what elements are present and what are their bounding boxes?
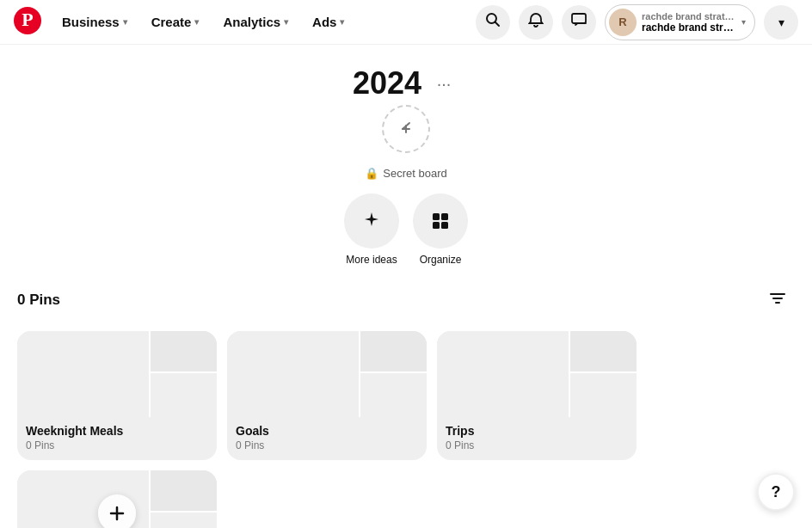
board-card-goals-info: Goals 0 Pins (227, 417, 427, 460)
board-card-goals-side-images (360, 331, 427, 417)
nav-item-ads[interactable]: Ads ▾ (302, 8, 354, 36)
board-card-trips-name: Trips (446, 424, 628, 438)
board-card-main-image (17, 331, 151, 417)
pins-header: 0 Pins (17, 283, 795, 317)
board-card-weeknight-info: Weeknight Meals 0 Pins (17, 417, 217, 460)
nav-analytics-chevron: ▾ (284, 17, 288, 27)
more-icon: ▾ (778, 15, 784, 29)
svg-rect-8 (441, 222, 448, 229)
board-card-side-images (151, 331, 217, 417)
board-card-goals[interactable]: Goals 0 Pins (227, 331, 427, 460)
nav-right: R rachde brand strategist rachde brand s… (476, 4, 798, 40)
board-card-trips-images (437, 331, 637, 417)
nav-business-chevron: ▾ (123, 17, 127, 27)
pins-section: 0 Pins (0, 283, 812, 528)
house-cleaning-add-button[interactable] (98, 494, 136, 528)
board-card-weeknight-name: Weeknight Meals (26, 424, 208, 438)
svg-rect-5 (433, 213, 440, 220)
nav-items: Business ▾ Create ▾ Analytics ▾ Ads ▾ (52, 8, 476, 36)
board-card-goals-side-top (360, 331, 427, 373)
organize-label: Organize (420, 254, 462, 266)
account-button[interactable]: R rachde brand strategist rachde brand s… (605, 4, 755, 40)
board-menu-button[interactable]: ··· (428, 68, 459, 99)
board-card-house-cleaning[interactable]: House Cleaning 0 Pins (17, 470, 217, 528)
organize-icon-circle (413, 193, 468, 249)
board-card-house-cleaning-side-top (151, 470, 217, 513)
board-card-goals-side-bottom (360, 375, 427, 417)
board-card-trips-side-images (570, 331, 637, 417)
more-ideas-button[interactable]: More ideas (344, 193, 399, 266)
filter-icon (768, 289, 787, 312)
nav-logo[interactable]: P (14, 7, 41, 38)
board-card-trips[interactable]: Trips 0 Pins (437, 331, 637, 460)
board-card-trips-main-image (437, 331, 570, 417)
board-card-trips-side-bottom (570, 375, 637, 417)
board-card-weeknight-meals-images (17, 331, 217, 417)
board-card-house-cleaning-side-bottom (151, 514, 217, 528)
messages-button[interactable] (562, 5, 596, 40)
board-card-goals-images (227, 331, 427, 417)
nav-item-business[interactable]: Business ▾ (52, 8, 138, 36)
board-add-button[interactable] (382, 105, 430, 153)
nav-ads-label: Ads (312, 15, 336, 29)
board-card-goals-main-image (227, 331, 360, 417)
board-title-row: 2024 ··· (353, 65, 459, 101)
board-title: 2024 (353, 65, 421, 101)
search-icon (485, 12, 501, 32)
bell-icon (528, 12, 544, 32)
nav-ads-chevron: ▾ (340, 17, 344, 27)
svg-rect-4 (572, 14, 586, 23)
board-card-weeknight-meals[interactable]: Weeknight Meals 0 Pins (17, 331, 217, 460)
pins-count: 0 Pins (17, 292, 60, 309)
board-card-weeknight-pins: 0 Pins (26, 439, 208, 451)
actions-row: More ideas Organize (344, 193, 468, 266)
svg-text:P: P (22, 9, 33, 30)
board-card-trips-side-top (570, 331, 637, 373)
nav-more-button[interactable]: ▾ (764, 5, 798, 40)
svg-rect-6 (441, 213, 448, 220)
avatar-initials: R (618, 15, 626, 28)
filter-button[interactable] (760, 283, 795, 317)
board-card-side-top-image (151, 331, 217, 373)
board-card-trips-info: Trips 0 Pins (437, 417, 637, 460)
help-button[interactable]: ? (757, 473, 795, 511)
boards-grid: Weeknight Meals 0 Pins Goals 0 Pins (17, 331, 795, 528)
nav-item-create[interactable]: Create ▾ (141, 8, 210, 36)
secret-badge: 🔒 Secret board (365, 167, 446, 180)
avatar: R (609, 9, 637, 36)
nav-analytics-label: Analytics (223, 15, 280, 29)
search-button[interactable] (476, 5, 510, 40)
organize-button[interactable]: Organize (413, 193, 468, 266)
board-card-house-cleaning-images (17, 470, 217, 528)
account-chevron-icon: ▾ (741, 17, 746, 27)
message-icon (571, 12, 587, 32)
secret-label: Secret board (383, 167, 446, 180)
board-card-trips-pins: 0 Pins (446, 439, 628, 451)
board-card-goals-pins: 0 Pins (236, 439, 418, 451)
svg-rect-7 (433, 222, 440, 229)
board-add-section (382, 105, 430, 153)
more-ideas-label: More ideas (346, 254, 397, 266)
board-header: 2024 ··· 🔒 Secret board (353, 65, 459, 180)
board-card-house-cleaning-side (151, 470, 217, 528)
nav-create-label: Create (151, 15, 192, 29)
board-card-side-bottom-image (151, 375, 217, 417)
account-name-line1: rachde brand strategist (642, 11, 736, 21)
lock-icon: 🔒 (365, 167, 378, 180)
main-content: 2024 ··· 🔒 Secret board (0, 45, 812, 528)
help-icon: ? (772, 483, 781, 501)
nav-item-analytics[interactable]: Analytics ▾ (212, 8, 298, 36)
ellipsis-icon: ··· (437, 74, 452, 94)
account-name-line2: rachde brand strategist (642, 21, 736, 34)
svg-line-3 (495, 22, 500, 27)
navbar: P Business ▾ Create ▾ Analytics ▾ Ads ▾ (0, 0, 812, 45)
nav-create-chevron: ▾ (194, 17, 199, 27)
nav-business-label: Business (62, 15, 120, 29)
board-card-goals-name: Goals (236, 424, 418, 438)
notifications-button[interactable] (519, 5, 553, 40)
more-ideas-icon-circle (344, 193, 399, 249)
